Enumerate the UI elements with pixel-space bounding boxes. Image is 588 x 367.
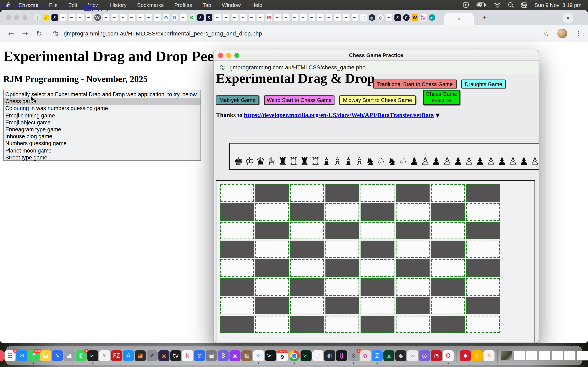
dock-white-app[interactable]: ∾ <box>407 350 418 361</box>
browser-tab[interactable]: W <box>93 11 102 24</box>
board-cell[interactable] <box>290 259 324 277</box>
dock-prism[interactable]: ▲ <box>383 350 394 361</box>
dock-screenshot-thumb[interactable] <box>501 351 512 360</box>
board-cell[interactable] <box>431 222 465 239</box>
browser-tab[interactable]: ◍ <box>376 11 385 24</box>
board-cell[interactable] <box>361 297 394 314</box>
board-cell[interactable] <box>396 184 430 202</box>
board-cell[interactable] <box>466 184 500 202</box>
listbox-option[interactable]: Emoji clothing game <box>4 112 200 119</box>
board-cell[interactable] <box>325 241 359 258</box>
board-cell[interactable] <box>325 297 359 314</box>
board-cell[interactable] <box>361 203 394 221</box>
screen-mirroring-icon[interactable] <box>463 2 469 8</box>
browser-tab[interactable]: ✒ <box>119 11 127 24</box>
dock-quicktime[interactable]: ◐ <box>324 350 335 361</box>
board-cell[interactable] <box>361 316 394 333</box>
browser-tab[interactable]: ✒ <box>222 11 230 24</box>
browser-tab[interactable]: W <box>410 11 419 24</box>
weird-start-button[interactable]: Weird Start to Chess Game <box>264 95 334 105</box>
chess-piece[interactable]: ♟ <box>475 156 485 167</box>
chess-piece[interactable]: ♕ <box>267 156 277 167</box>
dock-intellij[interactable]: IJ <box>336 350 347 361</box>
browser-tab[interactable]: ▶ <box>428 11 436 24</box>
new-tab-button[interactable]: + <box>479 12 490 23</box>
chess-piece[interactable]: ♖ <box>311 156 320 167</box>
dock-podcasts[interactable]: ◉ <box>229 350 241 361</box>
board-cell[interactable] <box>255 222 289 239</box>
browser-menu-icon[interactable]: ⋮ <box>575 30 581 37</box>
browser-tab[interactable]: ✒ <box>153 11 162 24</box>
browser-tab[interactable]: S <box>50 11 59 24</box>
chess-piece[interactable]: ♙ <box>442 156 452 167</box>
address-bar[interactable]: rjmprogramming.com.au/HTMLCSS/experiment… <box>64 30 262 37</box>
dock-pages[interactable]: ✎ <box>484 350 494 361</box>
board-cell[interactable] <box>466 259 500 277</box>
chess-piece[interactable]: ♙ <box>464 156 474 167</box>
dock-firefox[interactable]: ◉ <box>158 350 169 361</box>
chess-game-practice-button[interactable]: Chess Game Practice <box>423 90 460 105</box>
chess-piece[interactable]: ♗ <box>333 156 342 167</box>
browser-tab[interactable]: ✒ <box>127 11 136 24</box>
dock-min-window-4[interactable] <box>551 351 563 360</box>
board-cell[interactable] <box>396 203 430 221</box>
browser-tab[interactable]: ✒ <box>350 11 359 24</box>
board-cell[interactable] <box>431 203 465 221</box>
dock-textedit[interactable]: ✎ <box>99 350 110 361</box>
listbox-option[interactable]: Street type game <box>4 154 200 161</box>
dock-preview-doc[interactable]: ▢ <box>312 350 323 361</box>
listbox-option[interactable]: Colouring in was numbers guessing game <box>4 105 200 112</box>
browser-tab[interactable]: ✒ <box>213 11 222 24</box>
dock-ideas[interactable]: ☉ <box>472 350 483 361</box>
board-cell[interactable] <box>431 184 465 202</box>
board-cell[interactable] <box>396 259 430 277</box>
board-cell[interactable] <box>325 278 359 296</box>
board-cell[interactable] <box>325 184 359 202</box>
browser-tab[interactable]: ✒ <box>76 11 85 24</box>
browser-tab[interactable]: C <box>402 11 410 24</box>
dock-books-brown[interactable]: ▩ <box>241 350 252 361</box>
chess-piece[interactable]: ♚ <box>234 156 243 167</box>
profile-avatar[interactable] <box>557 29 567 38</box>
board-cell[interactable] <box>466 297 500 314</box>
board-cell[interactable] <box>290 184 324 202</box>
dock-appstore[interactable]: A <box>123 350 134 361</box>
board-cell[interactable] <box>220 278 254 296</box>
board-cell[interactable] <box>255 297 289 314</box>
dock-terminal[interactable]: >_ <box>87 350 98 361</box>
popup-site-settings-icon[interactable] <box>219 64 225 70</box>
menu-item-chrome[interactable]: Chrome <box>18 2 38 8</box>
board-cell[interactable] <box>290 278 324 296</box>
board-cell[interactable] <box>255 184 289 202</box>
chess-piece[interactable]: ♘ <box>376 156 386 167</box>
browser-tab[interactable]: ✒ <box>145 11 153 24</box>
board-cell[interactable] <box>220 203 254 221</box>
browser-tab[interactable]: ✒ <box>110 11 119 24</box>
board-cell[interactable] <box>396 222 430 239</box>
browser-tab[interactable]: ✒ <box>325 11 333 24</box>
midway-start-button[interactable]: Midway Start to Chess Game <box>339 95 416 105</box>
listbox-option[interactable]: Numbers guessing game <box>4 140 200 147</box>
board-cell[interactable] <box>325 259 359 277</box>
setdata-doc-link[interactable]: https://developer.mozilla.org/en-US/docs… <box>244 112 434 118</box>
reload-icon[interactable]: ↻ <box>36 29 42 38</box>
chess-piece[interactable]: ♟ <box>497 156 507 167</box>
tab-search-chevron-icon[interactable]: ∨ <box>563 13 573 23</box>
site-settings-icon[interactable] <box>53 30 59 36</box>
chess-piece[interactable]: ♝ <box>344 156 353 167</box>
dock-freeform[interactable]: ∿ <box>52 350 63 361</box>
board-cell[interactable] <box>220 297 254 314</box>
board-cell[interactable] <box>431 259 465 277</box>
board-cell[interactable] <box>255 278 289 296</box>
chess-piece[interactable]: ♟ <box>519 156 529 167</box>
browser-tab[interactable]: ◌ <box>359 11 367 24</box>
dock-chrome[interactable] <box>289 350 300 361</box>
browser-tab[interactable]: ✒ <box>136 11 145 24</box>
popup-title-bar[interactable]: Chess Game Practice <box>214 50 539 61</box>
battery-icon[interactable] <box>476 2 486 7</box>
dock-cards[interactable]: ♠ <box>460 350 471 361</box>
board-cell[interactable] <box>431 241 465 258</box>
back-icon[interactable]: ← <box>8 29 14 38</box>
board-cell[interactable] <box>396 241 430 258</box>
browser-tab[interactable]: S <box>393 11 402 24</box>
